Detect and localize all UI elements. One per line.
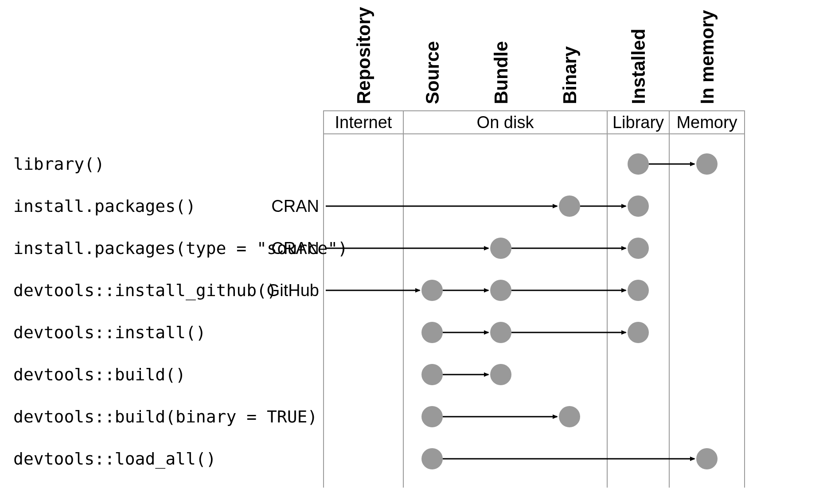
row-install-github: devtools::install_github() GitHub xyxy=(13,280,649,301)
dot-source xyxy=(421,448,443,469)
dot-source xyxy=(421,364,443,385)
row-library: library() xyxy=(13,153,718,175)
dot-bundle xyxy=(490,322,511,343)
row-install-source: install.packages(type = "source") CRAN xyxy=(13,238,649,259)
col-inmemory: In memory xyxy=(697,10,718,104)
dot-bundle xyxy=(490,364,511,385)
dot-source xyxy=(421,280,443,301)
location-boxes: Internet On disk Library Memory xyxy=(324,111,745,134)
dot-source xyxy=(421,406,443,427)
dot-inmemory xyxy=(696,153,718,175)
row-install: devtools::install() xyxy=(13,322,649,343)
col-repository: Repository xyxy=(353,7,374,104)
row-install-label: devtools::install() xyxy=(13,323,206,342)
dot-installed xyxy=(628,238,649,259)
dot-source xyxy=(421,322,443,343)
dot-bundle xyxy=(490,280,511,301)
loc-memory: Memory xyxy=(676,113,737,132)
row-load-all: devtools::load_all() xyxy=(13,448,718,469)
dot-binary xyxy=(559,406,580,427)
dot-installed xyxy=(628,280,649,301)
package-states-diagram: Repository Source Bundle Binary Installe… xyxy=(0,0,827,504)
row-library-label: library() xyxy=(13,154,105,174)
dot-bundle xyxy=(490,238,511,259)
row-install-packages-repo: CRAN xyxy=(271,197,319,215)
col-installed: Installed xyxy=(628,29,649,104)
dot-installed xyxy=(628,322,649,343)
row-install-source-repo: CRAN xyxy=(271,239,319,258)
col-binary: Binary xyxy=(559,46,580,104)
col-bundle: Bundle xyxy=(491,41,511,104)
grid-lines xyxy=(324,134,745,488)
column-headers: Repository Source Bundle Binary Installe… xyxy=(353,7,718,104)
dot-installed xyxy=(628,153,649,175)
row-build-label: devtools::build() xyxy=(13,365,186,384)
loc-ondisk: On disk xyxy=(477,113,534,132)
row-install-github-label: devtools::install_github() xyxy=(13,281,277,301)
row-install-packages-label: install.packages() xyxy=(13,196,196,216)
col-source: Source xyxy=(422,41,443,104)
row-build-binary: devtools::build(binary = TRUE) xyxy=(13,406,580,427)
row-build-binary-label: devtools::build(binary = TRUE) xyxy=(13,407,317,426)
dot-installed xyxy=(628,195,649,217)
dot-inmemory xyxy=(696,448,718,469)
dot-binary xyxy=(559,195,580,217)
loc-internet: Internet xyxy=(335,113,392,132)
loc-library: Library xyxy=(612,113,664,132)
row-install-github-repo: GitHub xyxy=(267,281,319,300)
row-load-all-label: devtools::load_all() xyxy=(13,449,216,469)
row-build: devtools::build() xyxy=(13,364,511,385)
row-install-packages: install.packages() CRAN xyxy=(13,195,649,217)
